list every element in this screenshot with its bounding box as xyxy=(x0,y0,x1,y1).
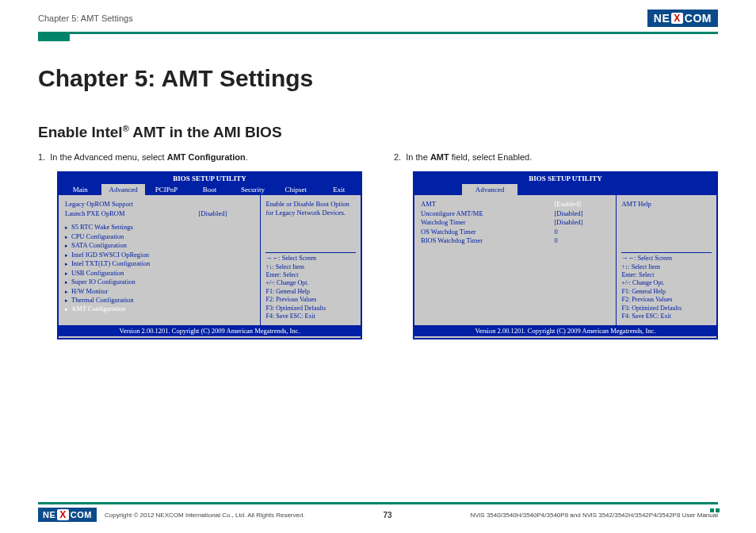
bios-setting-row: BIOS Watchdog Timer0 xyxy=(421,236,609,245)
accent-bar xyxy=(38,33,70,41)
bios-tab-security: Security xyxy=(231,184,274,195)
bios-tabs: Advanced xyxy=(414,184,716,195)
bios-menu-item: S5 RTC Wake Settings xyxy=(65,223,254,232)
bios-right-pane: AMT Help →←: Select Screen↑↓: Select Ite… xyxy=(617,195,716,325)
bios-left-pane: AMT[Enabled]Unconfigure AMT/ME[Disabled]… xyxy=(414,195,617,325)
bios-tab-chipset: Chipset xyxy=(274,184,317,195)
bios-footer: Version 2.00.1201. Copyright (C) 2009 Am… xyxy=(414,325,716,336)
logo-x-icon: X xyxy=(671,13,683,24)
step-2: 2. In the AMT field, select Enabled. xyxy=(394,152,718,162)
footer-rule xyxy=(38,502,718,504)
copyright: Copyright © 2012 NEXCOM International Co… xyxy=(105,512,305,519)
bios-tab-advanced: Advanced xyxy=(101,184,144,195)
bios-help-top: Enable or Disable Boot Option for Legacy… xyxy=(265,200,356,217)
bios-body: AMT[Enabled]Unconfigure AMT/ME[Disabled]… xyxy=(414,195,716,325)
footer-models: NViS 3540/3540H/3540P4/3540P8 and NViS 3… xyxy=(471,512,718,519)
header-chapter: Chapter 5: AMT Settings xyxy=(38,13,133,23)
step-1: 1. In the Advanced menu, select AMT Conf… xyxy=(38,152,362,162)
bios-title: BIOS SETUP UTILITY xyxy=(414,173,716,184)
bios-screenshot-2: BIOS SETUP UTILITY Advanced AMT[Enabled]… xyxy=(413,171,718,339)
footer-logo: NEXCOM xyxy=(38,508,97,522)
bios-left-pane: Legacy OpROM SupportLaunch PXE OpROM[Dis… xyxy=(59,195,261,325)
page-number: 73 xyxy=(384,511,392,520)
columns: 1. In the Advanced menu, select AMT Conf… xyxy=(38,152,718,339)
bios-tab-advanced: Advanced xyxy=(462,184,517,195)
content: Chapter 5: AMT Settings Enable Intel® AM… xyxy=(0,41,756,339)
column-right: 2. In the AMT field, select Enabled. BIO… xyxy=(394,152,718,339)
bios-help-keys: →←: Select Screen↑↓: Select ItemEnter: S… xyxy=(621,251,712,320)
column-left: 1. In the Advanced menu, select AMT Conf… xyxy=(38,152,362,339)
bios-menu-item: H/W Monitor xyxy=(65,287,254,296)
bios-help-keys: →←: Select Screen↑↓: Select ItemEnter: S… xyxy=(265,251,356,320)
bios-tab-boot: Boot xyxy=(188,184,231,195)
page-header: Chapter 5: AMT Settings NE X COM xyxy=(0,0,756,30)
bios-menu-item: SATA Configuration xyxy=(65,241,254,250)
bios-menu-item: USB Configuration xyxy=(65,269,254,278)
bios-title: BIOS SETUP UTILITY xyxy=(59,173,361,184)
bios-footer: Version 2.00.1201. Copyright (C) 2009 Am… xyxy=(59,325,361,336)
page-title: Chapter 5: AMT Settings xyxy=(38,65,718,92)
bios-setting-row: Watchdog Timer[Disabled] xyxy=(421,218,609,227)
logo-box: NE X COM xyxy=(647,10,718,27)
bios-right-pane: Enable or Disable Boot Option for Legacy… xyxy=(261,195,361,325)
bios-setting-row: Unconfigure AMT/ME[Disabled] xyxy=(421,209,609,218)
section-title: Enable Intel® AMT in the AMI BIOS xyxy=(38,124,718,141)
bios-tab-spacer xyxy=(414,184,462,195)
bios-tab-main: Main xyxy=(59,184,101,195)
footer-row: NEXCOM Copyright © 2012 NEXCOM Internati… xyxy=(38,508,718,522)
bios-tab-spacer xyxy=(517,184,716,195)
bios-tab-exit: Exit xyxy=(318,184,361,195)
bios-setting-row: OS Watchdog Timer0 xyxy=(421,228,609,236)
bios-screenshot-1: BIOS SETUP UTILITY MainAdvancedPCIPnPBoo… xyxy=(57,171,362,339)
header-rule xyxy=(38,32,718,34)
bios-help-top: AMT Help xyxy=(621,200,712,209)
bios-tab-pcipnp: PCIPnP xyxy=(145,184,188,195)
bios-menu-item: Intel TXT(LT) Configuration xyxy=(65,259,254,268)
bios-menu-item-selected: AMT Configuration xyxy=(65,305,254,313)
logo: NE X COM xyxy=(647,10,718,27)
bios-menu-item: Intel IGD SWSCI OpRegion xyxy=(65,251,254,259)
bios-menu-item: CPU Configuration xyxy=(65,232,254,241)
bios-menu-item: Thermal Configuration xyxy=(65,296,254,305)
page-footer: NEXCOM Copyright © 2012 NEXCOM Internati… xyxy=(38,502,718,522)
bios-tabs: MainAdvancedPCIPnPBootSecurityChipsetExi… xyxy=(59,184,361,195)
bios-body: Legacy OpROM SupportLaunch PXE OpROM[Dis… xyxy=(59,195,361,325)
bios-menu-item: Super IO Configuration xyxy=(65,278,254,286)
bios-setting-row: AMT[Enabled] xyxy=(421,200,609,209)
